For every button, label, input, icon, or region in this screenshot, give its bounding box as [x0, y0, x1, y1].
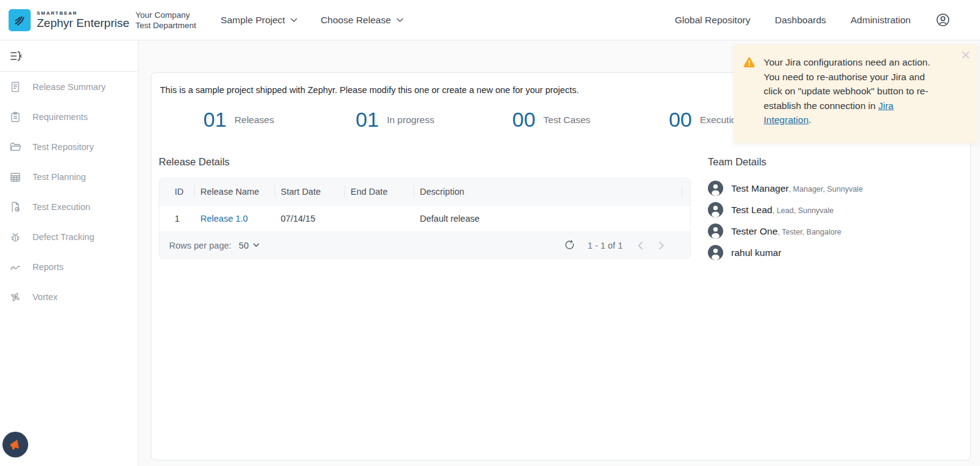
chart-icon	[9, 261, 21, 273]
cell-end-date	[344, 206, 414, 231]
sidebar-item-requirements[interactable]: Requirements	[0, 102, 138, 132]
sidebar-item-defect-tracking[interactable]: Defect Tracking	[0, 222, 138, 252]
stat-label: Releases	[235, 115, 275, 126]
jira-warning-toast: Your Jira configurations need an action.…	[734, 45, 978, 143]
user-account-icon[interactable]	[935, 12, 951, 28]
table-pagination: Rows per page: 50	[159, 231, 690, 258]
sidebar-item-label: Test Repository	[32, 142, 94, 152]
top-navigation: Global Repository Dashboards Administrat…	[675, 12, 951, 28]
member-name: Test Lead	[731, 205, 772, 215]
toast-message: Your Jira configurations need an action.…	[764, 55, 930, 127]
brand-smartbear: SMARTBEAR	[37, 10, 129, 16]
announcements-button[interactable]	[2, 432, 28, 457]
rows-per-page-select[interactable]: 50	[239, 241, 259, 250]
stat-releases: 01 Releases	[161, 108, 317, 132]
brand-logo[interactable]: SMARTBEAR Zephyr Enterprise	[9, 9, 129, 31]
release-details-section: Release Details ID Release Name Start Da…	[159, 156, 691, 263]
release-table: ID Release Name Start Date End Date Desc…	[159, 178, 691, 259]
sidebar-item-label: Requirements	[32, 112, 88, 122]
folder-icon	[9, 141, 21, 153]
chevron-right-icon[interactable]	[659, 241, 664, 250]
chevron-down-icon	[291, 18, 297, 23]
left-sidebar: Release Summary Requirements	[0, 40, 139, 466]
pinwheel-icon	[9, 291, 21, 303]
list-item: rahul kumar	[708, 242, 970, 263]
list-item: Test Lead, Lead, Sunnyvale	[708, 199, 970, 220]
sidebar-item-vortex[interactable]: Vortex	[0, 282, 138, 312]
brand-product: Zephyr Enterprise	[37, 17, 129, 30]
table-row[interactable]: 1 Release 1.0 07/14/15 Default release	[159, 205, 690, 231]
member-name: Tester One	[731, 226, 778, 236]
list-item: Tester One, Tester, Bangalore	[708, 220, 970, 242]
column-header-id: ID	[159, 178, 194, 205]
close-icon[interactable]: ×	[960, 48, 971, 61]
brand-text: SMARTBEAR Zephyr Enterprise	[37, 10, 129, 30]
avatar	[708, 245, 723, 260]
cell-start-date: 07/14/15	[275, 206, 344, 231]
clipboard-icon	[9, 111, 21, 123]
release-table-header: ID Release Name Start Date End Date Desc…	[159, 178, 690, 205]
member-meta: , Lead, Sunnyvale	[772, 206, 834, 215]
cell-description: Default release	[414, 206, 682, 231]
org-company: Your Company	[135, 10, 196, 20]
avatar	[708, 181, 723, 196]
sidebar-item-label: Test Planning	[32, 172, 86, 182]
sidebar-item-test-repository[interactable]: Test Repository	[0, 132, 138, 162]
toast-text-before: Your Jira configurations need an action.…	[764, 57, 930, 111]
column-header-description: Description	[414, 178, 682, 205]
nav-dashboards[interactable]: Dashboards	[775, 15, 826, 26]
stat-in-progress: 01 In progress	[317, 108, 473, 132]
sidebar-item-release-summary[interactable]: Release Summary	[0, 72, 138, 102]
toast-text-after: .	[808, 115, 811, 125]
member-meta: , Manager, Sunnyvale	[789, 185, 863, 194]
sidebar-item-reports[interactable]: Reports	[0, 252, 138, 282]
member-meta: , Tester, Bangalore	[778, 228, 841, 236]
megaphone-icon	[8, 437, 23, 452]
column-header-release-name: Release Name	[194, 178, 275, 205]
sidebar-item-label: Test Execution	[32, 202, 90, 212]
stat-value: 01	[203, 108, 227, 132]
avatar	[708, 224, 723, 239]
stat-value: 00	[669, 108, 692, 132]
cell-release-name: Release 1.0	[194, 206, 275, 231]
sidebar-item-label: Defect Tracking	[32, 232, 94, 242]
release-link[interactable]: Release 1.0	[200, 214, 248, 224]
collapse-sidebar-icon[interactable]	[9, 50, 22, 62]
release-selector-label: Choose Release	[321, 15, 391, 26]
zephyr-feather-icon	[9, 9, 31, 31]
rows-per-page-value: 50	[239, 241, 249, 250]
list-item: Test Manager, Manager, Sunnyvale	[708, 178, 970, 199]
nav-global-repository[interactable]: Global Repository	[675, 15, 750, 26]
column-header-end-date: End Date	[344, 178, 414, 205]
column-header-start-date: Start Date	[275, 178, 344, 205]
cell-id: 1	[159, 206, 194, 231]
zephyr-enterprise-app: SMARTBEAR Zephyr Enterprise Your Company…	[0, 0, 980, 466]
stat-value: 00	[512, 108, 536, 132]
sidebar-item-test-execution[interactable]: Test Execution	[0, 192, 138, 222]
release-details-title: Release Details	[159, 156, 691, 168]
bug-icon	[9, 231, 21, 243]
sidebar-toolbar	[0, 40, 138, 72]
document-icon	[9, 81, 21, 93]
member-name: rahul kumar	[731, 247, 781, 258]
sidebar-item-label: Release Summary	[32, 82, 105, 92]
project-selector-label: Sample Project	[221, 15, 285, 26]
project-selector[interactable]: Sample Project	[221, 15, 297, 26]
release-selector[interactable]: Choose Release	[321, 15, 403, 26]
file-check-icon	[9, 201, 21, 213]
chevron-left-icon[interactable]	[637, 241, 643, 250]
stat-test-cases: 00 Test Cases	[473, 108, 629, 132]
sidebar-item-label: Reports	[32, 262, 64, 272]
nav-administration[interactable]: Administration	[851, 15, 911, 26]
sidebar-item-test-planning[interactable]: Test Planning	[0, 162, 138, 192]
sidebar-menu: Release Summary Requirements	[0, 72, 138, 312]
refresh-icon[interactable]	[564, 239, 575, 251]
team-details-section: Team Details Test Manager, Manager, Sunn…	[708, 156, 970, 263]
stat-value: 01	[355, 108, 379, 132]
member-name: Test Manager	[731, 183, 789, 194]
column-header-spacer	[682, 178, 690, 205]
stat-label: Test Cases	[544, 115, 591, 126]
stat-label: In progress	[387, 115, 435, 126]
calendar-icon	[9, 171, 21, 183]
top-header: SMARTBEAR Zephyr Enterprise Your Company…	[0, 0, 980, 40]
